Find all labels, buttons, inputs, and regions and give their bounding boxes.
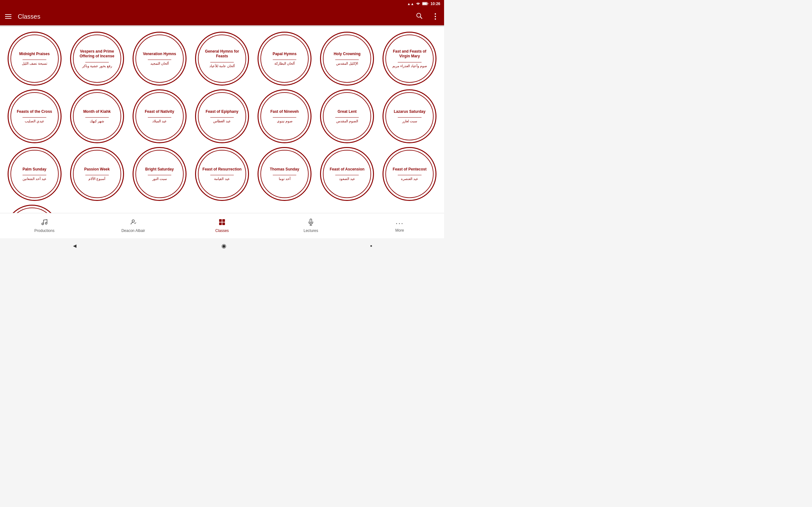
circle-divider-6: [398, 62, 421, 62]
circle-item-6[interactable]: Fast and Feasts of Virgin Mary صوم وأعيا…: [380, 32, 439, 86]
circle-title-en-15: Passion Week: [84, 167, 109, 172]
svg-line-4: [420, 17, 422, 18]
partial-row: [3, 205, 442, 213]
circle-title-ar-6: صوم وأعياد العذراء مريم: [392, 64, 427, 68]
circle-divider-20: [398, 175, 421, 175]
circle-item-1[interactable]: Vespers and Prime Offering of Incense رف…: [67, 32, 126, 86]
bottom-nav: Productions Deacon Albair Classes: [0, 213, 444, 238]
circle-title-ar-1: رفع بخور عشية وباكر: [82, 64, 112, 68]
circle-title-ar-14: عيد أحد الشعانين: [22, 176, 47, 181]
productions-icon: [41, 219, 48, 227]
circle-item-10[interactable]: Feast of Epiphany عيد الغطاس: [193, 89, 251, 143]
circle-divider-16: [148, 175, 171, 175]
circle-title-ar-11: صوم نينوى: [277, 119, 293, 123]
circle-title-en-2: Veneration Hymns: [143, 52, 176, 57]
circle-title-en-0: Midnight Praises: [19, 52, 50, 57]
circle-title-en-20: Feast of Pentecost: [393, 167, 426, 172]
nav-item-more[interactable]: ··· More: [355, 219, 444, 233]
circle-item-16[interactable]: Bright Saturday سبت النور: [130, 147, 189, 201]
deacon-label: Deacon Albair: [121, 228, 145, 233]
app-bar: Classes ⋮: [0, 8, 444, 25]
nav-item-classes[interactable]: Classes: [177, 219, 266, 233]
circle-item-7[interactable]: Feasts of the Cross عيدي الصليب: [5, 89, 64, 143]
circle-title-ar-2: ألحان التمجيد: [150, 61, 169, 66]
circle-title-en-12: Great Lent: [338, 109, 357, 114]
circle-title-en-16: Bright Saturday: [145, 167, 174, 172]
circle-title-ar-15: أسبوع الآلام: [89, 176, 105, 181]
circle-item-2[interactable]: Veneration Hymns ألحان التمجيد: [130, 32, 189, 86]
more-icon: ···: [396, 219, 404, 227]
circle-item-18[interactable]: Thomas Sunday أحد توما: [255, 147, 314, 201]
circle-title-ar-4: ألحان البطاركة: [274, 61, 295, 66]
circle-divider-18: [273, 175, 296, 175]
circle-title-en-9: Feast of Nativity: [145, 109, 174, 114]
circle-divider-9: [148, 117, 171, 118]
nav-item-lectures[interactable]: Lectures: [266, 219, 355, 233]
circle-title-en-6: Fast and Feasts of Virgin Mary: [390, 49, 429, 59]
battery-icon: [422, 2, 428, 6]
home-button[interactable]: ◉: [221, 242, 226, 249]
circle-title-en-18: Thomas Sunday: [270, 167, 299, 172]
app-title: Classes: [18, 13, 409, 20]
circle-divider-14: [22, 175, 46, 175]
circle-item-19[interactable]: Feast of Ascension عيد الصعود: [318, 147, 376, 201]
circle-title-en-8: Month of Kiahk: [83, 109, 111, 114]
circle-title-en-3: General Hymns for Feasts: [202, 49, 242, 59]
circle-item-20[interactable]: Feast of Pentecost عيد العنصره: [380, 147, 439, 201]
search-button[interactable]: [415, 12, 422, 21]
circle-divider-15: [85, 175, 109, 175]
svg-rect-8: [219, 219, 222, 222]
circle-item-13[interactable]: Lazarus Saturday سبت لعازر: [380, 89, 439, 143]
circle-title-ar-20: عيد العنصره: [401, 176, 418, 181]
classes-icon: [218, 219, 225, 227]
circle-title-en-13: Lazarus Saturday: [394, 109, 425, 114]
circle-divider-13: [398, 117, 421, 118]
circle-divider-19: [335, 175, 359, 175]
svg-rect-9: [222, 219, 225, 222]
circle-item-17[interactable]: Feast of Resurrection عيد القيامة: [193, 147, 251, 201]
circle-divider-5: [335, 60, 359, 60]
circle-divider-12: [335, 117, 359, 118]
circle-title-en-5: Holy Crowning: [334, 52, 361, 57]
circle-title-en-7: Feasts of the Cross: [17, 109, 52, 114]
circle-title-ar-0: تسبحة نصف الليل: [22, 61, 47, 66]
nav-item-productions[interactable]: Productions: [0, 219, 89, 233]
recent-button[interactable]: ▪: [370, 243, 372, 249]
circle-title-en-4: Papal Hymns: [272, 52, 296, 57]
circle-divider-3: [210, 62, 234, 62]
circle-item-9[interactable]: Feast of Nativity عيد الميلاد: [130, 89, 189, 143]
circle-title-en-14: Palm Sunday: [22, 167, 46, 172]
circle-item-0[interactable]: Midnight Praises تسبحة نصف الليل: [5, 32, 64, 86]
lectures-icon: [307, 219, 314, 227]
status-bar: ▲▲ 10:26: [0, 0, 444, 8]
circle-divider-10: [210, 117, 234, 118]
circle-item-15[interactable]: Passion Week أسبوع الآلام: [67, 147, 126, 201]
more-options-button[interactable]: ⋮: [432, 12, 439, 21]
nav-item-deacon[interactable]: Deacon Albair: [89, 219, 177, 233]
system-nav: ◄ ◉ ▪: [0, 238, 444, 253]
circle-item-8[interactable]: Month of Kiahk شهر كيهك: [67, 89, 126, 143]
wifi-icon: [416, 2, 420, 6]
main-content: Midnight Praises تسبحة نصف الليل Vespers…: [0, 26, 444, 213]
circle-item-3[interactable]: General Hymns for Feasts ألحان عامة للأع…: [193, 32, 251, 86]
circle-divider-2: [148, 60, 171, 60]
classes-label: Classes: [215, 228, 229, 233]
back-button[interactable]: ◄: [72, 243, 78, 249]
circle-title-ar-13: سبت لعازر: [402, 119, 417, 123]
circle-item-5[interactable]: Holy Crowning الإكليل المقدس: [318, 32, 376, 86]
signal-icon: ▲▲: [407, 2, 414, 6]
circle-item-14[interactable]: Palm Sunday عيد أحد الشعانين: [5, 147, 64, 201]
circle-title-en-11: Fast of Nineveh: [270, 109, 299, 114]
circle-title-ar-12: الصوم المقدس: [336, 119, 358, 123]
circle-item-12[interactable]: Great Lent الصوم المقدس: [318, 89, 376, 143]
svg-rect-1: [422, 3, 427, 5]
menu-button[interactable]: [5, 14, 11, 19]
circle-title-ar-8: شهر كيهك: [90, 119, 104, 123]
more-label: More: [395, 228, 404, 233]
svg-rect-10: [219, 222, 222, 225]
circle-item-4[interactable]: Papal Hymns ألحان البطاركة: [255, 32, 314, 86]
partial-circle[interactable]: [5, 205, 59, 213]
circle-divider-8: [85, 117, 109, 118]
circle-item-11[interactable]: Fast of Nineveh صوم نينوى: [255, 89, 314, 143]
svg-rect-11: [222, 222, 225, 225]
